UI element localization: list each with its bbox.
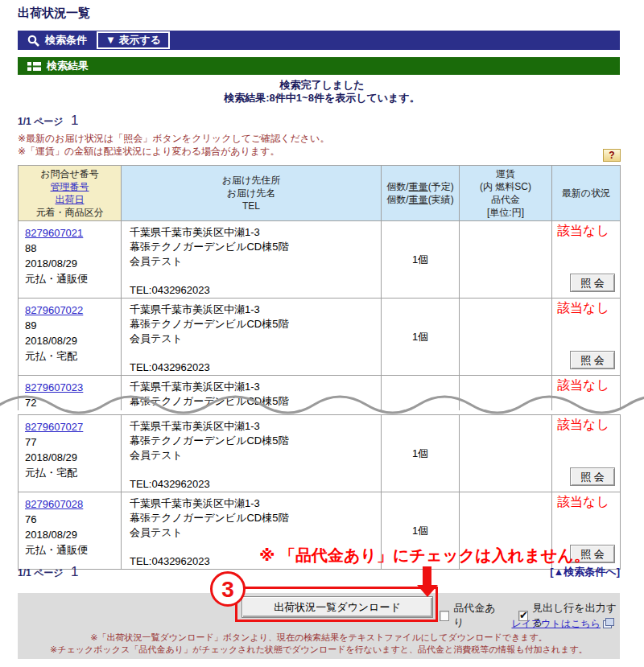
search-result-label: 検索結果 — [47, 59, 89, 73]
list-icon — [27, 61, 41, 72]
pagination-label: 1/1 ページ — [18, 116, 64, 127]
monetary-checkbox-label: 品代金あり — [453, 601, 502, 630]
annotation-arrow-icon — [423, 566, 431, 586]
result-notes: ※最新のお届け状況は「照会」ボタンをクリックしてご確認ください。 ※「運賃」の金… — [18, 132, 329, 158]
cell-quantity — [382, 376, 460, 411]
header-inquiry-no: お問合せ番号 管理番号 出荷日 元着・商品区分 — [19, 166, 122, 221]
cell-fare — [460, 376, 552, 411]
inquiry-button[interactable]: 照 会 — [570, 274, 615, 292]
download-panel: 出荷状況一覧ダウンロード 品代金あり 見出し行を出力する レイアウトはこちら ※… — [18, 593, 620, 659]
status-text: 該当なし — [557, 495, 618, 509]
cell-quantity: 1個 — [382, 415, 460, 492]
header-quantity: 個数/重量(予定) 個数/重量(実績) — [382, 166, 460, 221]
search-condition-bar: 検索条件 ▼ 表示する — [18, 31, 620, 50]
table-row: 8279607022 89 2018/08/29 元払・宅配 千葉県千葉市美浜区… — [19, 299, 621, 376]
status-line2: 検索結果:8件中1~8件を表示しています。 — [0, 92, 644, 105]
sort-mgmt-no-link[interactable]: 管理番号 — [51, 181, 89, 192]
status-text: 該当なし — [557, 301, 618, 315]
cell-destination: 千葉県千葉市美浜区中瀬1-3 幕張テクノガーデンビルCD棟5階 会員テスト TE… — [122, 415, 382, 492]
cell-destination: 千葉県千葉市美浜区中瀬1-3 幕張テクノガーデンビルCD棟5階 会員テスト TE… — [122, 221, 382, 299]
shipment-table-top: お問合せ番号 管理番号 出荷日 元着・商品区分 お届け先住所 お届け先名 TEL… — [18, 165, 621, 410]
tracking-no-link[interactable]: 8279607023 — [25, 381, 83, 393]
cell-inquiry-no: 8279607027 77 2018/08/29 元払・宅配 — [19, 415, 122, 492]
layout-link-line: レイアウトはこちら — [511, 617, 612, 631]
table-row: 8279607027 77 2018/08/29 元払・宅配 千葉県千葉市美浜区… — [19, 415, 621, 492]
show-search-condition-button[interactable]: ▼ 表示する — [97, 31, 170, 49]
download-button[interactable]: 出荷状況一覧ダウンロード — [242, 596, 433, 618]
table-header-row: お問合せ番号 管理番号 出荷日 元着・商品区分 お届け先住所 お届け先名 TEL… — [19, 166, 621, 221]
page-number-link[interactable]: 1 — [71, 113, 78, 128]
cell-latest-status: 該当なし 照 会 — [552, 221, 621, 299]
note-line: ※「出荷状況一覧ダウンロード」ボタンより、現在の検索結果をテキストファイルにして… — [18, 632, 620, 644]
table-row: 8279607021 88 2018/08/29 元払・通販便 千葉県千葉市美浜… — [19, 221, 621, 299]
note-line: ※最新のお届け状況は「照会」ボタンをクリックしてご確認ください。 — [18, 132, 329, 145]
cell-quantity: 1個 — [382, 299, 460, 376]
cell-inquiry-no: 8279607028 76 2018/08/29 元払・通販便 — [19, 492, 122, 570]
cell-fare — [460, 299, 552, 376]
note-line: ※「運賃」の金額は配達状況により変わる場合があります。 — [18, 145, 329, 158]
header-fare: 運賃 (内 燃料SC) 品代金 [単位:円] — [460, 166, 552, 221]
help-icon[interactable]: ? — [603, 149, 621, 162]
search-status-message: 検索完了しました 検索結果:8件中1~8件を表示しています。 — [0, 79, 644, 105]
cell-latest-status: 該当なし — [552, 376, 621, 411]
cell-inquiry-no: 8279607022 89 2018/08/29 元払・宅配 — [19, 299, 122, 376]
new-window-icon — [603, 620, 612, 628]
search-condition-label: 検索条件 — [45, 33, 87, 47]
tracking-no-link[interactable]: 8279607027 — [25, 421, 83, 433]
tracking-no-link[interactable]: 8279607022 — [25, 304, 83, 316]
tracking-no-link[interactable]: 8279607021 — [25, 227, 83, 239]
table-row-truncated: 8279607023 72 千葉県千葉市美浜区中瀬1-3 幕張テクノガーデンビル… — [19, 376, 621, 411]
annotation-step-number: 3 — [210, 571, 246, 607]
layout-link[interactable]: レイアウトはこちら — [511, 618, 601, 629]
annotation-arrow-head-icon — [417, 585, 438, 597]
pagination-top: 1/1 ページ 1 — [18, 113, 78, 129]
monetary-checkbox[interactable] — [440, 611, 449, 621]
cell-destination: 千葉県千葉市美浜区中瀬1-3 幕張テクノガーデンビルCD棟5階 — [122, 376, 382, 411]
sort-ship-date-link[interactable]: 出荷日 — [56, 194, 85, 205]
cell-inquiry-no: 8279607021 88 2018/08/29 元払・通販便 — [19, 221, 122, 299]
cell-fare — [460, 415, 552, 492]
header-destination: お届け先住所 お届け先名 TEL — [122, 166, 382, 221]
status-text: 該当なし — [557, 224, 618, 238]
header-latest-status: 最新の状況 — [552, 166, 621, 221]
cell-quantity: 1個 — [382, 221, 460, 299]
tracking-no-link[interactable]: 8279607028 — [25, 498, 83, 510]
cell-latest-status: 該当なし 照 会 — [552, 415, 621, 492]
search-icon — [27, 35, 39, 47]
download-notes: ※「出荷状況一覧ダウンロード」ボタンより、現在の検索結果をテキストファイルにして… — [18, 632, 620, 656]
cell-fare — [460, 221, 552, 299]
cell-inquiry-no: 8279607023 72 — [19, 376, 122, 411]
inquiry-button[interactable]: 照 会 — [570, 467, 615, 486]
cell-destination: 千葉県千葉市美浜区中瀬1-3 幕張テクノガーデンビルCD棟5階 会員テスト TE… — [122, 299, 382, 376]
note-line: ※チェックボックス「品代金あり」がチェックされた状態でダウンロードを行ないますと… — [18, 644, 620, 656]
back-to-search-condition-link[interactable]: [▲検索条件へ] — [18, 565, 620, 579]
status-line1: 検索完了しました — [0, 79, 644, 92]
search-result-bar: 検索結果 — [18, 57, 620, 75]
page-title: 出荷状況一覧 — [18, 6, 90, 21]
status-text: 該当なし — [557, 418, 618, 432]
inquiry-button[interactable]: 照 会 — [570, 351, 615, 369]
cell-latest-status: 該当なし 照 会 — [552, 299, 621, 376]
annotation-no-check-text: ※ 「品代金あり」にチェックは入れません。 — [259, 545, 590, 566]
status-text: 該当なし — [557, 378, 618, 393]
